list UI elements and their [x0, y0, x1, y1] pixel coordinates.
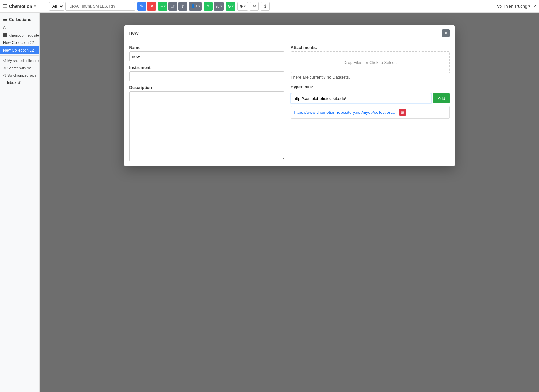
- app-body: ☰ Collections All ⬛ chemotion-repository…: [0, 13, 539, 392]
- name-input[interactable]: [129, 51, 284, 61]
- edit2-button[interactable]: ✎: [204, 2, 213, 11]
- user-name: Vo Thien Truong: [497, 4, 527, 9]
- inbox-refresh-icon[interactable]: ↺: [18, 81, 21, 85]
- delete-button[interactable]: ✕: [147, 2, 156, 11]
- modal-body: Name Instrument Description: [124, 40, 455, 166]
- plus-toolbar: ⊕▾: [226, 2, 235, 11]
- instrument-input[interactable]: [129, 71, 284, 81]
- user-menu[interactable]: Vo Thien Truong ▾: [497, 4, 530, 9]
- percent-button[interactable]: %▾: [214, 2, 224, 11]
- edit2-toolbar: ✎ %▾: [204, 2, 224, 11]
- plus-circle-button[interactable]: ⊕▾: [226, 2, 235, 11]
- inbox-icon: □: [3, 81, 5, 85]
- search-input[interactable]: [65, 2, 135, 11]
- hyperlink-input[interactable]: [291, 93, 432, 103]
- hamburger-icon[interactable]: ☰: [3, 3, 7, 9]
- app-brand: Chemotion ▾: [9, 4, 47, 9]
- action-toolbar: →▾ □▾ ⇧: [158, 2, 187, 11]
- navbar: ☰ Chemotion ▾ All ✎ ✕ →▾ □▾ ⇧ 👤+▾ ✎ %▾ ⊕…: [0, 0, 539, 13]
- user-add-button[interactable]: 👤+▾: [189, 2, 202, 11]
- sidebar-item-my-shared[interactable]: ◁ My shared collections: [0, 57, 39, 64]
- modal-form-right: Attachments: Drop Files, or Click to Sel…: [291, 45, 450, 161]
- edit-toolbar: ✎ ✕: [137, 2, 156, 11]
- user-menu-arrow: ▾: [528, 4, 530, 9]
- sidebar-item-repo-label: chemotion-repository: [9, 33, 39, 37]
- sidebar-item-nc22-label: New Collection 22: [3, 40, 34, 45]
- search-area: All: [49, 2, 135, 11]
- collections-icon: ☰: [3, 17, 7, 22]
- modal-header: new ×: [124, 25, 455, 40]
- hyperlinks-label: Hyperlinks:: [291, 85, 450, 89]
- user-toolbar: 👤+▾: [189, 2, 202, 11]
- sidebar-title: Collections: [9, 17, 31, 22]
- repo-icon: ⬛: [3, 33, 8, 37]
- sidebar-item-my-shared-label: My shared collections: [7, 59, 39, 63]
- shared-icon: ◁: [3, 66, 6, 70]
- hyperlink-url-0[interactable]: https://www.chemotion-repository.net/myd…: [294, 110, 397, 115]
- attachments-dropzone[interactable]: Drop Files, or Click to Select.: [291, 51, 450, 73]
- sidebar-item-inbox-label: Inbox: [7, 80, 16, 85]
- sidebar-item-shared-label: Shared with me: [7, 66, 31, 70]
- my-shared-icon: ◁: [3, 58, 6, 63]
- attachments-label: Attachments:: [291, 45, 450, 50]
- info-button[interactable]: ℹ: [261, 2, 270, 11]
- zoom-toolbar: ⊕▾: [237, 2, 248, 11]
- name-label: Name: [129, 45, 284, 50]
- sync-icon: ◁: [3, 73, 6, 77]
- drop-files-text: Drop Files, or Click to Select.: [344, 60, 397, 65]
- sidebar-item-new-collection-12[interactable]: New Collection 12: [0, 46, 39, 54]
- sidebar-item-new-collection-22[interactable]: New Collection 22: [0, 39, 39, 46]
- description-textarea[interactable]: [129, 91, 284, 161]
- hyperlink-add-button[interactable]: Add: [433, 93, 449, 103]
- modal-overlay[interactable]: new × Name Instrument: [40, 13, 539, 392]
- sidebar-item-all[interactable]: All: [0, 24, 39, 31]
- main-content: new × Name Instrument: [40, 13, 539, 392]
- app-dropdown-arrow[interactable]: ▾: [34, 4, 36, 8]
- description-field-group: Description: [129, 85, 284, 161]
- sidebar-header: ☰ Collections: [0, 15, 39, 24]
- search-type-select[interactable]: All: [49, 2, 64, 11]
- square-button[interactable]: □▾: [168, 2, 177, 11]
- modal-form-left: Name Instrument Description: [129, 45, 284, 161]
- sidebar-item-sync-label: Synchronized with me: [7, 73, 39, 77]
- sidebar-item-inbox[interactable]: □ Inbox ↺: [0, 79, 39, 86]
- hyperlinks-section: Hyperlinks: Add https://www.chemotion-re…: [291, 85, 450, 119]
- hyperlink-item-0: https://www.chemotion-repository.net/myd…: [291, 106, 450, 119]
- arrow-right-button[interactable]: →▾: [158, 2, 167, 11]
- sidebar-item-shared-with-me[interactable]: ◁ Shared with me: [0, 64, 39, 72]
- sidebar-item-nc12-label: New Collection 12: [3, 48, 34, 52]
- zoom-button[interactable]: ⊕▾: [237, 2, 248, 11]
- external-link-icon: ↗: [533, 4, 536, 9]
- mail-button[interactable]: ✉: [250, 2, 259, 11]
- sidebar-item-all-label: All: [3, 25, 7, 30]
- modal-title: new: [129, 30, 139, 36]
- sidebar: ☰ Collections All ⬛ chemotion-repository…: [0, 13, 40, 392]
- modal-dialog: new × Name Instrument: [124, 25, 455, 166]
- name-field-group: Name: [129, 45, 284, 61]
- attachments-section: Attachments: Drop Files, or Click to Sel…: [291, 45, 450, 81]
- navbar-right: Vo Thien Truong ▾ ↗: [497, 4, 536, 9]
- description-label: Description: [129, 85, 284, 90]
- datasets-text: There are currently no Datasets.: [291, 73, 450, 81]
- hyperlink-delete-0[interactable]: 🗑: [399, 109, 406, 116]
- app-name: Chemotion: [9, 4, 32, 9]
- share-button[interactable]: ⇧: [178, 2, 187, 11]
- edit-button[interactable]: ✎: [137, 2, 146, 11]
- sidebar-item-synchronized[interactable]: ◁ Synchronized with me: [0, 72, 39, 79]
- sidebar-item-chemotion-repo[interactable]: ⬛ chemotion-repository: [0, 31, 39, 39]
- instrument-label: Instrument: [129, 65, 284, 70]
- instrument-field-group: Instrument: [129, 65, 284, 81]
- modal-close-button[interactable]: ×: [442, 29, 450, 37]
- hyperlink-input-row: Add: [291, 93, 450, 103]
- sidebar-divider-1: [0, 55, 39, 56]
